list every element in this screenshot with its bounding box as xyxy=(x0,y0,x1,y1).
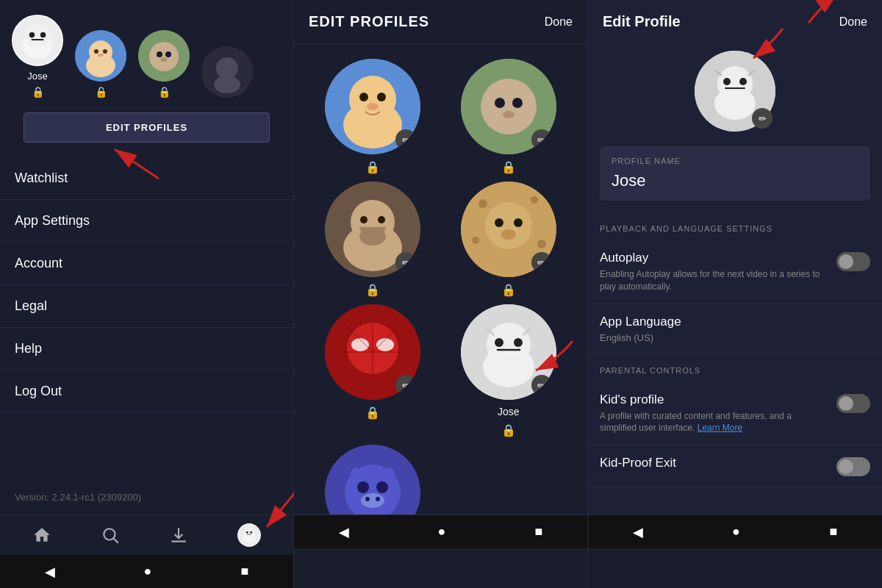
menu-item-app-settings[interactable]: App Settings xyxy=(0,200,293,243)
right-recent[interactable]: ■ xyxy=(829,524,837,539)
kid-proof-row: Kid-Proof Exit xyxy=(588,445,882,487)
android-back[interactable]: ◀ xyxy=(45,564,55,580)
playback-section-label: PLAYBACK AND LANGUAGE SETTINGS xyxy=(588,212,882,240)
svg-point-89 xyxy=(714,87,756,120)
middle-home[interactable]: ● xyxy=(438,524,446,539)
svg-point-27 xyxy=(243,532,256,543)
svg-point-54 xyxy=(514,218,523,227)
grid-profile-stitch[interactable]: ✏ xyxy=(309,445,437,514)
svg-point-37 xyxy=(367,103,379,110)
middle-android-nav: ◀ ● ■ xyxy=(294,515,587,548)
grid-profile-obiwan[interactable]: ✏ 🔒 xyxy=(309,182,437,297)
profile-item-grogu[interactable]: 🔒 xyxy=(138,30,190,98)
svg-point-59 xyxy=(537,240,546,248)
kid-proof-toggle[interactable] xyxy=(836,457,870,476)
middle-bottom-nav: ◀ ● ■ xyxy=(294,514,587,588)
kids-profile-row: Kid's profile A profile with curated con… xyxy=(588,382,882,446)
bottom-nav: ◀ ● ■ xyxy=(0,514,293,588)
nav-profile-icon[interactable] xyxy=(237,523,261,547)
svg-point-71 xyxy=(495,338,503,347)
obiwan-edit-pencil[interactable]: ✏ xyxy=(395,252,416,273)
jose-edit-pencil[interactable]: ✏ xyxy=(531,375,552,395)
edit-profiles-done-button[interactable]: Done xyxy=(545,15,573,29)
grid-avatar-obiwan[interactable]: ✏ xyxy=(325,182,420,277)
leopard-edit-pencil[interactable]: ✏ xyxy=(531,252,552,273)
svg-point-16 xyxy=(157,51,162,57)
svg-point-2 xyxy=(25,23,50,48)
menu-item-help[interactable]: Help xyxy=(0,328,293,370)
svg-point-91 xyxy=(739,78,747,85)
right-android-nav: ◀ ● ■ xyxy=(588,515,882,548)
grid-avatar-jose[interactable]: ✏ xyxy=(461,304,556,400)
profile-name-input[interactable]: Jose xyxy=(612,171,858,190)
app-language-value: English (US) xyxy=(600,332,861,343)
spiderman-edit-pencil[interactable]: ✏ xyxy=(395,375,416,395)
learn-more-link[interactable]: Learn More xyxy=(698,423,742,433)
profile-item-4[interactable] xyxy=(201,46,253,98)
middle-recent[interactable]: ■ xyxy=(535,524,543,539)
android-home[interactable]: ● xyxy=(144,564,152,579)
svg-point-43 xyxy=(512,98,523,108)
menu-item-watchlist[interactable]: Watchlist xyxy=(0,157,293,200)
right-panel: Edit Profile Done xyxy=(588,0,882,588)
lock-grogu: 🔒 xyxy=(501,160,516,174)
android-recent[interactable]: ■ xyxy=(241,564,249,579)
profile-avatar-grogu[interactable] xyxy=(138,30,190,82)
grid-name-jose: Jose xyxy=(498,406,520,417)
profile-item-luca[interactable]: 🔒 xyxy=(75,30,126,98)
menu-item-legal[interactable]: Legal xyxy=(0,285,293,328)
svg-point-55 xyxy=(501,229,516,240)
grid-avatar-luca[interactable]: ✏ xyxy=(325,59,420,154)
svg-point-21 xyxy=(214,76,240,93)
lock-obiwan: 🔒 xyxy=(365,283,380,297)
grid-avatar-spiderman[interactable]: ✏ xyxy=(325,304,420,400)
nav-search-icon[interactable] xyxy=(101,526,120,545)
svg-point-84 xyxy=(365,497,370,501)
svg-point-44 xyxy=(503,111,514,118)
svg-point-42 xyxy=(495,98,505,108)
grid-profile-luca[interactable]: ✏ 🔒 xyxy=(309,59,437,174)
grid-avatar-leopard[interactable]: ✏ xyxy=(461,182,556,277)
grid-profile-spiderman[interactable]: ✏ 🔒 xyxy=(309,304,437,437)
edit-avatar-pencil[interactable]: ✏ xyxy=(752,108,772,129)
kids-profile-toggle[interactable] xyxy=(836,394,870,413)
menu-item-logout[interactable]: Log Out xyxy=(0,370,293,413)
android-nav: ◀ ● ■ xyxy=(0,555,293,588)
profile-avatar-jose[interactable] xyxy=(12,15,63,66)
grid-profile-leopard[interactable]: ✏ 🔒 xyxy=(445,182,573,297)
kids-profile-desc: A profile with curated content and featu… xyxy=(600,410,828,435)
svg-point-4 xyxy=(40,32,46,38)
edit-profiles-button[interactable]: EDIT PROFILES xyxy=(24,112,270,143)
middle-back[interactable]: ◀ xyxy=(339,524,349,540)
luca-edit-pencil[interactable]: ✏ xyxy=(395,129,416,150)
svg-point-11 xyxy=(98,54,104,57)
left-panel: Jose 🔒 🔒 xyxy=(0,0,294,588)
profile-name-section: PROFILE NAME Jose xyxy=(600,146,870,201)
edit-profile-done-button[interactable]: Done xyxy=(839,15,867,29)
menu-item-account[interactable]: Account xyxy=(0,243,293,285)
right-back[interactable]: ◀ xyxy=(633,524,643,540)
right-home[interactable]: ● xyxy=(732,524,740,539)
profile-avatar-4[interactable] xyxy=(201,46,253,98)
grid-profile-jose[interactable]: ✏ Jose 🔒 xyxy=(445,304,573,437)
profile-item-jose[interactable]: Jose 🔒 xyxy=(12,15,63,98)
svg-point-83 xyxy=(361,493,384,508)
svg-point-17 xyxy=(165,51,171,57)
nav-download-icon[interactable] xyxy=(169,526,188,545)
grid-avatar-grogu[interactable]: ✏ xyxy=(461,59,556,154)
profile-avatar-luca[interactable] xyxy=(75,30,126,82)
nav-home-icon[interactable] xyxy=(32,526,51,545)
grid-avatar-stitch[interactable]: ✏ xyxy=(325,445,420,514)
profiles-grid: ✏ 🔒 ✏ 🔒 xyxy=(294,44,587,514)
edit-profile-avatar[interactable]: ✏ xyxy=(695,51,775,132)
profile-name-jose: Jose xyxy=(27,71,47,82)
autoplay-name: Autoplay xyxy=(600,251,828,265)
profile-name-label: PROFILE NAME xyxy=(612,157,858,165)
svg-point-90 xyxy=(723,78,731,85)
grid-profile-grogu[interactable]: ✏ 🔒 xyxy=(445,59,573,174)
autoplay-toggle[interactable] xyxy=(836,252,870,271)
svg-point-85 xyxy=(376,497,380,501)
lock-jose: 🔒 xyxy=(501,423,516,437)
grogu-edit-pencil[interactable]: ✏ xyxy=(531,129,552,150)
svg-point-58 xyxy=(472,237,479,244)
